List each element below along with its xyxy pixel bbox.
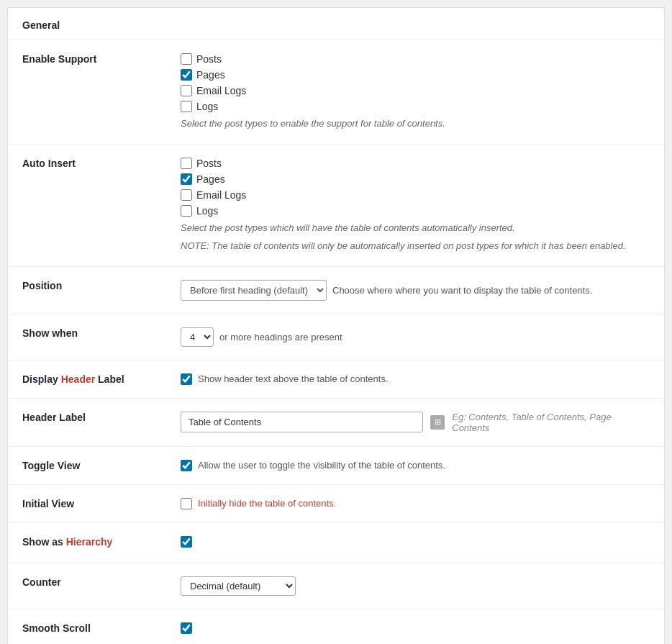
enable-posts-checkbox[interactable]	[181, 53, 192, 65]
header-label-input-row: ⊞ Eg: Contents, Table of Contents, Page …	[181, 412, 650, 433]
header-label-row: Header Label ⊞ Eg: Contents, Table of Co…	[8, 398, 664, 446]
enable-support-value: Posts Pages Email Logs Logs Select the p…	[166, 40, 664, 144]
smooth-scroll-checkbox[interactable]	[181, 622, 192, 634]
show-as-hierarchy-label: Show as Hierarchy	[8, 522, 166, 563]
show-as-hierarchy-checkbox[interactable]	[181, 536, 192, 548]
auto-insert-help2: NOTE: The table of contents will only be…	[181, 239, 650, 253]
show-when-value: 1234 5678 or more headings are present	[166, 314, 664, 360]
settings-container: General Enable Support Posts Pages Email…	[7, 7, 665, 644]
enable-pages-label[interactable]: Pages	[196, 69, 225, 81]
ai-pages-checkbox[interactable]	[181, 173, 192, 185]
enable-emaillogs-label[interactable]: Email Logs	[196, 85, 246, 96]
position-value: Before first heading (default) After fir…	[166, 266, 664, 314]
initial-view-value: Initially hide the table of contents.	[166, 484, 664, 522]
header-label-cell: Header Label	[8, 398, 166, 446]
enable-pages-row: Pages	[181, 69, 650, 81]
header-highlight: Header	[61, 373, 95, 385]
ai-emaillogs-row: Email Logs	[181, 189, 650, 201]
enable-posts-label[interactable]: Posts	[196, 53, 222, 65]
initial-view-label-text: Initial View	[22, 498, 74, 509]
ai-logs-row: Logs	[181, 205, 650, 217]
show-as-hierarchy-value	[166, 522, 664, 563]
ai-emaillogs-label[interactable]: Email Logs	[196, 189, 246, 201]
auto-insert-value: Posts Pages Email Logs Logs Select the p…	[166, 144, 664, 266]
toggle-view-value: Allow the user to toggle the visibility …	[166, 446, 664, 484]
toggle-view-checkbox[interactable]	[181, 460, 192, 471]
enable-emaillogs-row: Email Logs	[181, 85, 650, 96]
auto-insert-help1: Select the post types which will have th…	[181, 221, 650, 235]
enable-logs-checkbox[interactable]	[181, 101, 192, 112]
enable-posts-row: Posts	[181, 53, 650, 65]
enable-logs-label[interactable]: Logs	[196, 101, 218, 112]
initial-view-checkbox[interactable]	[181, 498, 192, 509]
position-label: Position	[8, 266, 166, 314]
ai-logs-checkbox[interactable]	[181, 205, 192, 217]
display-header-label-row: Display Header Label Show header text ab…	[8, 360, 664, 398]
display-header-label-text: Display Header Label	[22, 373, 124, 385]
display-header-value: Show header text above the table of cont…	[166, 360, 664, 398]
auto-insert-label: Auto Insert	[8, 144, 166, 266]
header-label-input[interactable]	[181, 412, 423, 432]
header-label-example: Eg: Contents, Table of Contents, Page Co…	[452, 412, 650, 433]
enable-logs-row: Logs	[181, 101, 650, 112]
hierarchy-highlight: Hierarchy	[66, 536, 113, 548]
ai-posts-label[interactable]: Posts	[196, 158, 222, 169]
ai-logs-label[interactable]: Logs	[196, 205, 218, 217]
counter-value: None Decimal (default) Decimal leading z…	[166, 563, 664, 609]
toggle-view-checkbox-row: Allow the user to toggle the visibility …	[181, 460, 650, 471]
show-when-count-select[interactable]: 1234 5678	[181, 327, 214, 347]
counter-row: Counter None Decimal (default) Decimal l…	[8, 563, 664, 609]
position-inline: Before first heading (default) After fir…	[181, 280, 650, 301]
enable-support-help: Select the post types to enable the supp…	[181, 117, 650, 131]
smooth-scroll-value	[166, 609, 664, 644]
position-description: Choose where where you want to display t…	[332, 285, 592, 296]
ai-posts-row: Posts	[181, 158, 650, 169]
display-header-label-desc[interactable]: Show header text above the table of cont…	[198, 373, 389, 384]
counter-label: Counter	[8, 563, 166, 609]
ai-posts-checkbox[interactable]	[181, 158, 192, 169]
display-header-checkbox-row: Show header text above the table of cont…	[181, 373, 650, 385]
counter-select[interactable]: None Decimal (default) Decimal leading z…	[181, 576, 296, 596]
header-icon: ⊞	[430, 415, 445, 430]
show-when-suffix: or more headings are present	[219, 332, 342, 343]
initial-view-desc[interactable]: Initially hide the table of contents.	[198, 498, 336, 509]
settings-table: Enable Support Posts Pages Email Logs Lo…	[8, 40, 664, 644]
ai-pages-row: Pages	[181, 173, 650, 185]
smooth-scroll-label: Smooth Scroll	[8, 609, 166, 644]
show-when-row: Show when 1234 5678 or more headings are…	[8, 314, 664, 360]
position-row: Position Before first heading (default) …	[8, 266, 664, 314]
display-header-label-checkbox[interactable]	[181, 373, 192, 385]
initial-view-checkbox-row: Initially hide the table of contents.	[181, 498, 650, 509]
header-label-value: ⊞ Eg: Contents, Table of Contents, Page …	[166, 398, 664, 446]
display-header-label-cell: Display Header Label	[8, 360, 166, 398]
initial-view-label: Initial View	[8, 484, 166, 522]
show-when-label: Show when	[8, 314, 166, 360]
enable-emaillogs-checkbox[interactable]	[181, 85, 192, 96]
show-as-hierarchy-row: Show as Hierarchy	[8, 522, 664, 563]
auto-insert-row: Auto Insert Posts Pages Email Logs Logs	[8, 144, 664, 266]
enable-pages-checkbox[interactable]	[181, 69, 192, 81]
toggle-view-row: Toggle View Allow the user to toggle the…	[8, 446, 664, 484]
ai-emaillogs-checkbox[interactable]	[181, 189, 192, 201]
toggle-view-label: Toggle View	[8, 446, 166, 484]
section-title: General	[8, 8, 664, 40]
initial-view-row: Initial View Initially hide the table of…	[8, 484, 664, 522]
enable-support-row: Enable Support Posts Pages Email Logs Lo…	[8, 40, 664, 144]
counter-label-text: Counter	[22, 576, 61, 588]
ai-pages-label[interactable]: Pages	[196, 173, 225, 185]
smooth-scroll-row: Smooth Scroll	[8, 609, 664, 644]
show-when-inline: 1234 5678 or more headings are present	[181, 327, 650, 347]
enable-support-label: Enable Support	[8, 40, 166, 144]
toggle-view-desc[interactable]: Allow the user to toggle the visibility …	[198, 460, 445, 471]
position-select[interactable]: Before first heading (default) After fir…	[181, 280, 327, 301]
